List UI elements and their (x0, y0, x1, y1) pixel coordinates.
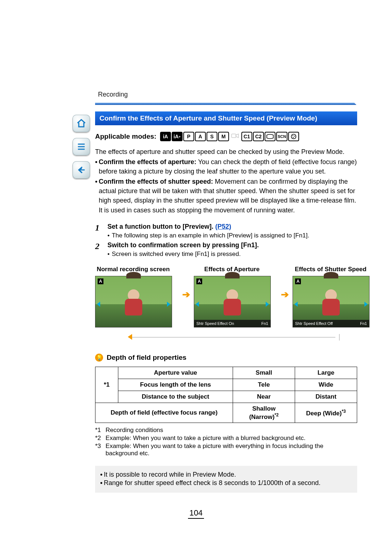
mode-icons-row: iA iA+ P A S M C1 C2 SCN (160, 132, 299, 141)
screens-row: Normal recording screen A ➔ Effects of A… (95, 266, 357, 327)
mode-movie-icon (230, 132, 241, 140)
mode-S: S (207, 132, 217, 141)
mode-iA-icon: iA (160, 132, 171, 141)
mode-M: M (218, 132, 229, 141)
mode-iAplus-icon: iA+ (172, 132, 183, 141)
mode-C1: C1 (241, 132, 252, 141)
arrow-right-icon: ➔ (182, 289, 190, 300)
home-icon[interactable] (73, 115, 90, 132)
applicable-label: Applicable modes: (95, 133, 156, 140)
svg-point-3 (294, 136, 295, 137)
arrow-right-icon: ➔ (281, 289, 289, 300)
back-icon[interactable] (73, 161, 90, 179)
list-icon[interactable] (73, 138, 90, 155)
svg-point-1 (291, 134, 296, 139)
step-1: 1 Set a function button to [Preview]. (P… (95, 223, 357, 239)
dof-subheading: 💡 Depth of field properties (95, 354, 357, 362)
mode-panorama-icon (265, 132, 275, 141)
mode-SCN: SCN (276, 132, 287, 141)
mode-A: A (195, 132, 206, 141)
side-nav (73, 115, 90, 179)
mode-art-icon (288, 132, 299, 141)
footnotes: *1 Recording conditions *2 Example: When… (95, 427, 357, 457)
link-p52[interactable]: (P52) (215, 223, 231, 230)
page-number: 104 (0, 508, 392, 518)
svg-point-2 (293, 135, 294, 137)
intro-text: The effects of aperture and shutter spee… (95, 147, 357, 215)
bottom-note: •It is possible to record while in Previ… (95, 466, 357, 493)
mode-P: P (183, 132, 194, 141)
svg-rect-0 (232, 134, 236, 138)
return-arrow (95, 333, 357, 343)
page-heading: Confirm the Effects of Aperture and Shut… (95, 111, 357, 125)
svg-point-4 (293, 137, 294, 138)
screen-aperture: A Shtr Speed Effect OnFn1 (194, 276, 271, 327)
screen-shutter: A Shtr Speed Effect OffFn1 (293, 276, 369, 327)
tip-icon: 💡 (95, 354, 103, 362)
dof-table: *1 Aperture value Small Large Focus leng… (95, 367, 357, 423)
step-2: 2 Switch to confirmation screen by press… (95, 241, 357, 258)
table-star: *1 (95, 367, 118, 403)
mode-C2: C2 (253, 132, 264, 141)
shutter-bullet: • Confirm the effects of shutter speed: … (95, 177, 357, 215)
screen-normal: A (95, 276, 172, 327)
section-tag: Recording (95, 91, 357, 98)
divider-bar (95, 103, 357, 105)
aperture-bullet: • Confirm the effects of aperture: You c… (95, 157, 357, 176)
